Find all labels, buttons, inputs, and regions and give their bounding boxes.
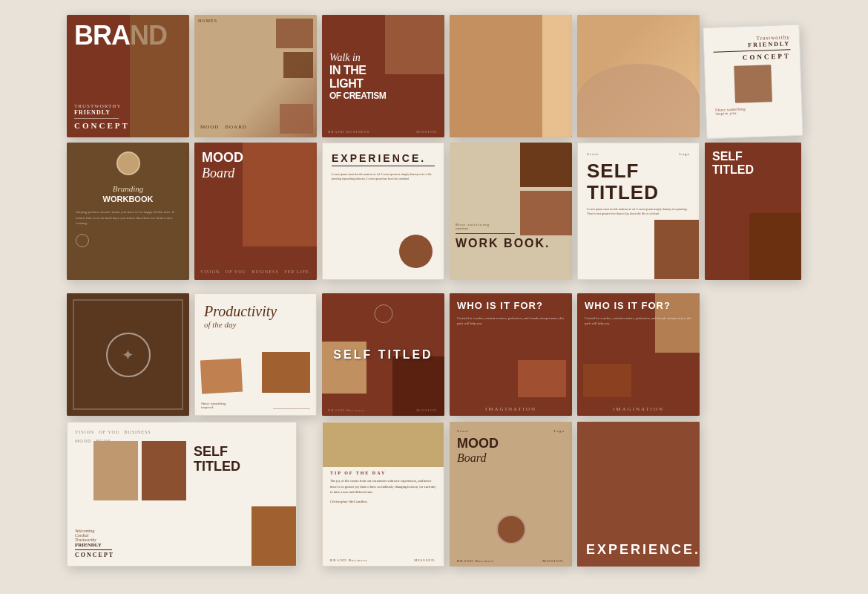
concept-sm: CONCEPT (714, 52, 791, 62)
of-creatism-text: OF CREATISM (329, 91, 437, 101)
card-brand: Trustworthy FRIENDLY CONCEPT BRAND (67, 15, 189, 137)
board-label: Board (225, 124, 247, 130)
who-desc-2: Created for coaches, content creators, p… (585, 316, 692, 326)
imagination-1: IMAGINATION (485, 406, 536, 412)
tip-author: Christopher McCandless (330, 500, 436, 503)
tip-label: TIP OF THE DAY (330, 471, 436, 475)
card-experience-dark: EXPERIENCE. (577, 422, 700, 567)
mood-bottom: MOOD (457, 436, 565, 451)
walk-in-text: Walk in (329, 52, 437, 64)
tip-quote: The joy of life comes from our encounter… (330, 478, 436, 495)
card-trustworthy-small: Trustworthy FRIENDLY CONCEPT Share somet… (703, 25, 803, 139)
in-the-text: IN THE (329, 64, 437, 77)
branding-italic: Branding (113, 184, 144, 193)
trustworthy-label: Trustworthy (74, 103, 130, 109)
card-self-titled-light: Score Logo SELF TITLED Lorem ipsum must … (577, 143, 700, 280)
card-wide-self-titled: VISION of you BUSINESS MOOD BOOK SELF TI… (67, 422, 297, 567)
board-italic-bottom: Board (457, 451, 565, 465)
card-self-titled-center: SELF TITLED BRAND Business MISSION. (322, 293, 444, 416)
who-desc-1: Created for coaches, content creators, p… (457, 316, 565, 326)
card-mood-photo: Mood Board HOMES (194, 15, 317, 137)
light-text: LIGHT (329, 77, 437, 91)
who-text-2: WHO IS IT FOR? (585, 301, 692, 311)
mood-label: Mood (200, 124, 219, 130)
self-titled-light-text: SELF TITLED (587, 160, 690, 203)
card-mood-board-large: MOOD Board VISION of you BUSINESS per li… (194, 143, 317, 280)
titled-wide: TITLED (194, 459, 240, 474)
of-the-day: of the day (204, 320, 307, 329)
workbook-bold: WORKBOOK (76, 195, 180, 203)
main-canvas: Trustworthy FRIENDLY CONCEPT BRAND Mood … (0, 0, 868, 594)
experience-label: EXPERIENCE. (332, 152, 435, 166)
card-tip-day: TIP OF THE DAY The joy of life comes fro… (322, 422, 444, 567)
experience-white-text: EXPERIENCE. (586, 542, 700, 558)
grid-container: Trustworthy FRIENDLY CONCEPT BRAND Mood … (67, 15, 801, 579)
card-productivity: Productivity of the day Share somethingi… (194, 293, 317, 416)
card-branding-workbook: Branding WORKBOOK Staying positive doesn… (67, 143, 189, 280)
workbook-text: WORK BOOK. (456, 237, 550, 250)
card-walk-in: Walk in IN THE LIGHT OF CREATISM BRAND B… (322, 15, 444, 137)
who-text-1: WHO IS IT FOR? (457, 301, 565, 311)
imagination-2: IMAGINATION (613, 406, 664, 412)
vision-sm: VISION (75, 430, 94, 434)
self-titled-center-text: SELF TITLED (333, 348, 433, 362)
card-who-for-1: WHO IS IT FOR? Created for coaches, cont… (450, 293, 572, 416)
card-portrait: ✦ (67, 293, 189, 416)
card-workbook: Most satisfying experience. WORK BOOK. (450, 143, 572, 280)
card-mood-board-bottom: Score Logo MOOD Board BRAND Business MIS… (450, 422, 572, 567)
card-woman-hat (450, 15, 572, 137)
friendly-label: FRIENDLY (74, 109, 130, 116)
self-titled-dark: SELF TITLED (712, 150, 794, 176)
self-wide: SELF (194, 444, 228, 459)
card-who-for-2: WHO IS IT FOR? Created for coaches, cont… (577, 293, 700, 416)
productivity-title: Productivity (204, 303, 307, 320)
card-hand (577, 15, 700, 137)
mood-large: MOOD (202, 150, 309, 166)
board-italic-large: Board (202, 166, 309, 181)
card-self-titled-dark: SELF TITLED (705, 143, 801, 280)
concept-label: CONCEPT (74, 121, 130, 130)
card-experience: EXPERIENCE. Lorem ipsum must decide amat… (322, 143, 444, 280)
